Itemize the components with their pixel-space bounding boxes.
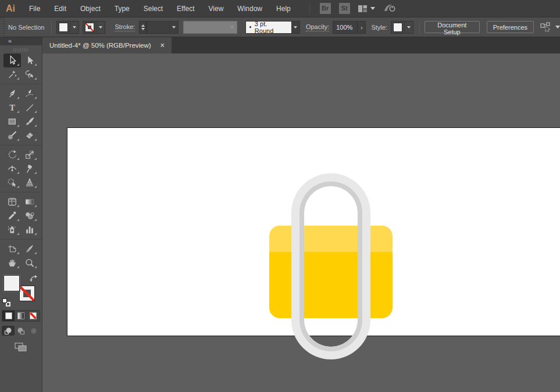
eyedropper-tool-icon	[7, 211, 17, 221]
width-tool[interactable]	[3, 162, 21, 176]
style-dropdown[interactable]	[404, 22, 413, 33]
fill-color-picker[interactable]	[56, 21, 79, 34]
stroke-dropdown[interactable]	[96, 22, 105, 33]
draw-normal-button[interactable]	[2, 326, 15, 336]
fill-proxy[interactable]	[3, 275, 20, 291]
gradient-tool[interactable]	[21, 195, 38, 209]
brush-dropdown[interactable]	[292, 21, 300, 34]
none-swatch-icon	[30, 312, 37, 319]
menu-help[interactable]: Help	[269, 0, 298, 17]
style-picker[interactable]	[391, 21, 413, 34]
eraser-tool[interactable]	[21, 129, 38, 142]
menubar-separator	[309, 2, 310, 15]
lasso-tool[interactable]	[21, 67, 38, 81]
rectangle-tool-icon	[7, 116, 17, 127]
eyedropper-tool[interactable]	[3, 209, 21, 223]
screen-mode-button[interactable]	[15, 343, 27, 354]
column-graph-tool-icon	[24, 224, 35, 235]
paint-mode-buttons	[2, 310, 40, 322]
cc-sync-icon	[383, 2, 397, 13]
selection-tool[interactable]	[3, 54, 21, 67]
preferences-button[interactable]: Preferences	[487, 21, 534, 33]
menu-select[interactable]: Select	[137, 0, 170, 17]
paintbrush-tool-icon	[24, 116, 35, 127]
menu-view[interactable]: View	[202, 0, 231, 17]
perspective-grid-tool[interactable]	[21, 176, 38, 190]
document-setup-button[interactable]: Document Setup	[425, 21, 480, 33]
menu-file[interactable]: File	[22, 0, 47, 17]
slice-tool[interactable]	[21, 242, 38, 256]
line-segment-tool[interactable]	[21, 101, 38, 115]
tools-panel-grip[interactable]	[13, 48, 28, 52]
tool-group	[0, 145, 42, 190]
opacity-label[interactable]: Opacity:	[306, 23, 329, 31]
puppet-warp-tool[interactable]	[21, 162, 38, 176]
opacity-field[interactable]: 100%	[333, 21, 358, 34]
none-mode-button[interactable]	[27, 311, 40, 321]
shape-builder-tool[interactable]	[3, 176, 21, 190]
draw-inside-button[interactable]	[27, 326, 40, 336]
rotate-tool[interactable]	[3, 148, 21, 162]
column-graph-tool[interactable]	[21, 223, 38, 237]
gradient-mode-button[interactable]	[15, 311, 27, 321]
brush-definition-field[interactable]: 3 pt. Round	[245, 21, 292, 34]
color-mode-button[interactable]	[2, 311, 15, 321]
menubar-right: Br St	[304, 2, 402, 15]
select-similar-control[interactable]	[540, 22, 560, 33]
curvature-tool[interactable]	[21, 87, 38, 101]
control-bar: No Selection Stroke: 3 pt. Round	[0, 17, 560, 37]
stroke-weight-combo[interactable]	[147, 21, 179, 34]
pen-tool[interactable]	[3, 87, 21, 101]
pencil-tool[interactable]	[3, 129, 21, 142]
menu-effect[interactable]: Effect	[170, 0, 201, 17]
default-fill-stroke-button[interactable]	[2, 298, 10, 307]
gradient-tool-icon	[24, 197, 35, 207]
menu-edit[interactable]: Edit	[47, 0, 73, 17]
chevron-down-icon	[99, 26, 102, 28]
stroke-proxy[interactable]	[19, 286, 35, 301]
paintbrush-tool[interactable]	[21, 115, 38, 129]
chevron-down-icon	[228, 22, 237, 33]
opacity-panel-arrow[interactable]: ›	[358, 21, 366, 34]
hand-tool[interactable]	[3, 256, 21, 270]
magic-wand-tool[interactable]	[3, 67, 21, 81]
canvas[interactable]	[42, 54, 560, 392]
controlbar-grip[interactable]	[0, 17, 5, 37]
direct-selection-tool[interactable]	[21, 54, 38, 67]
stroke-label[interactable]: Stroke:	[115, 23, 135, 31]
draw-mode-buttons	[2, 326, 40, 336]
stroke-color-picker[interactable]	[83, 21, 105, 34]
stroke-weight-stepper[interactable]	[139, 21, 147, 34]
artboard[interactable]	[67, 127, 560, 336]
artboard-tool[interactable]	[3, 242, 21, 256]
symbol-sprayer-tool[interactable]	[3, 223, 21, 237]
fill-dropdown[interactable]	[70, 22, 79, 33]
curvature-tool-icon	[24, 88, 35, 99]
selection-status: No Selection	[8, 24, 44, 31]
color-swatch-icon	[5, 312, 12, 319]
rectangle-tool[interactable]	[3, 115, 21, 129]
blend-tool[interactable]	[21, 209, 38, 223]
collapse-panel-icon[interactable]: «	[8, 37, 11, 44]
document-tab-title: Untitled-4* @ 50% (RGB/Preview)	[49, 42, 151, 49]
menu-window[interactable]: Window	[230, 0, 269, 17]
bridge-button[interactable]: Br	[320, 3, 331, 14]
tab-close-button[interactable]: ×	[159, 41, 166, 49]
screen-mode-icon	[15, 343, 27, 352]
draw-behind-button[interactable]	[15, 326, 27, 336]
menu-type[interactable]: Type	[108, 0, 137, 17]
app-logo: Ai	[0, 3, 22, 14]
menu-object[interactable]: Object	[73, 0, 108, 17]
type-tool[interactable]: T	[3, 101, 21, 115]
mesh-tool[interactable]	[3, 195, 21, 209]
document-tab[interactable]: Untitled-4* @ 50% (RGB/Preview) ×	[42, 37, 172, 54]
tool-group	[0, 53, 42, 82]
workspace-switcher[interactable]	[358, 5, 375, 13]
swap-fill-stroke-button[interactable]	[29, 274, 38, 285]
stock-button[interactable]: St	[339, 3, 350, 14]
zoom-tool[interactable]	[21, 256, 38, 270]
fill-stroke-widget	[0, 274, 42, 309]
chevron-down-icon	[292, 22, 299, 33]
cc-sync-button[interactable]	[383, 2, 397, 15]
scale-tool[interactable]	[21, 148, 38, 162]
